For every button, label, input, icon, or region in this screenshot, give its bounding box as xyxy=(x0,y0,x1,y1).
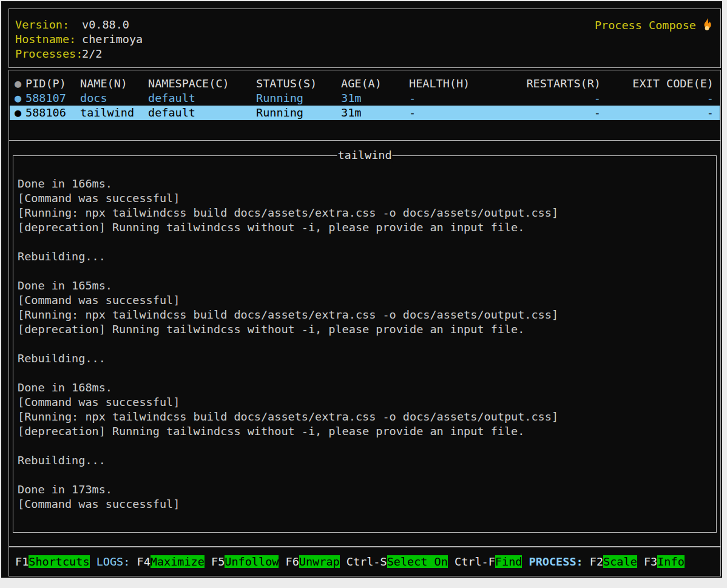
shortcut-select-on[interactable]: Select On xyxy=(387,555,448,568)
key-label: F1 xyxy=(15,555,29,568)
process-row-docs[interactable]: ●588107docsdefaultRunning31m--- xyxy=(10,91,720,106)
cell-exit_code: - xyxy=(707,106,714,120)
flame-icon xyxy=(701,18,713,31)
shortcut-scale[interactable]: Scale xyxy=(603,555,637,568)
col-pid[interactable]: PID(P) xyxy=(25,76,66,91)
log-title: tailwind xyxy=(337,148,392,163)
cell-status: Running xyxy=(256,91,303,106)
hostname-row: Hostname:cherimoya xyxy=(15,32,76,47)
cell-namespace: default xyxy=(148,106,195,120)
status-dot-icon: ● xyxy=(15,76,21,91)
cell-age: 31m xyxy=(341,106,361,120)
processes-row: Processes:2/2 xyxy=(15,47,83,61)
process-row-tailwind[interactable]: ●588106tailwinddefaultRunning31m--- xyxy=(10,106,720,120)
col-exit-code[interactable]: EXIT CODE(E) xyxy=(632,76,714,91)
table-header-row: ● PID(P) NAME(N) NAMESPACE(C) STATUS(S) … xyxy=(10,76,720,91)
shortcut-find[interactable]: Find xyxy=(495,555,522,568)
hostname-label: Hostname: xyxy=(15,33,76,46)
key-label: F2 xyxy=(590,555,603,568)
process-table: ● PID(P) NAME(N) NAMESPACE(C) STATUS(S) … xyxy=(8,70,721,141)
version-label: Version: xyxy=(15,18,69,31)
col-health[interactable]: HEALTH(H) xyxy=(409,76,470,91)
key-label: F4 xyxy=(137,555,150,568)
col-namespace[interactable]: NAMESPACE(C) xyxy=(148,76,229,91)
cell-health: - xyxy=(409,106,416,120)
shortcut-shortcuts[interactable]: Shortcuts xyxy=(29,555,89,568)
header-panel: Version:v0.88.0 Hostname:cherimoya Proce… xyxy=(8,8,721,68)
shortcut-unfollow[interactable]: Unfollow xyxy=(225,555,279,568)
shortcut-list: F1Shortcuts LOGS: F4Maximize F5Unfollow … xyxy=(15,555,718,569)
log-pane: tailwind Done in 166ms. [Command was suc… xyxy=(8,140,721,547)
shortcut-unwrap[interactable]: Unwrap xyxy=(299,555,340,568)
terminal-window: Version:v0.88.0 Hostname:cherimoya Proce… xyxy=(1,1,722,578)
process-label: PROCESS: xyxy=(522,555,589,568)
cell-pid: 588106 xyxy=(25,106,66,120)
log-box[interactable]: tailwind Done in 166ms. [Command was suc… xyxy=(13,155,717,533)
cell-exit_code: - xyxy=(707,91,714,106)
key-label: F6 xyxy=(279,555,299,568)
cell-restarts: - xyxy=(594,91,601,106)
col-age[interactable]: AGE(A) xyxy=(341,76,382,91)
shortcut-info[interactable]: Info xyxy=(657,555,685,568)
processes-value: 2/2 xyxy=(82,47,102,61)
key-label: Ctrl-S xyxy=(340,555,387,568)
process-status-dot-icon: ● xyxy=(15,91,21,106)
version-row: Version:v0.88.0 xyxy=(15,18,69,32)
cell-name: docs xyxy=(80,91,107,106)
key-label: Ctrl-F xyxy=(448,555,495,568)
status-bar: F1Shortcuts LOGS: F4Maximize F5Unfollow … xyxy=(8,547,721,576)
cell-namespace: default xyxy=(148,91,195,106)
cell-health: - xyxy=(409,91,416,106)
cell-age: 31m xyxy=(341,91,361,106)
process-status-dot-icon: ● xyxy=(15,106,21,120)
col-status[interactable]: STATUS(S) xyxy=(256,76,317,91)
log-output: Done in 166ms. [Command was successful] … xyxy=(18,177,714,530)
version-value: v0.88.0 xyxy=(82,18,129,32)
hostname-value: cherimoya xyxy=(82,32,143,47)
processes-label: Processes: xyxy=(15,47,83,60)
logs-label: LOGS: xyxy=(90,555,137,568)
key-label: F3 xyxy=(637,555,657,568)
cell-pid: 588107 xyxy=(25,91,66,106)
cell-status: Running xyxy=(256,106,303,120)
shortcut-maximize[interactable]: Maximize xyxy=(150,555,205,568)
col-restarts[interactable]: RESTARTS(R) xyxy=(526,76,601,91)
key-label: F5 xyxy=(205,555,225,568)
cell-restarts: - xyxy=(594,106,601,120)
app-title: Process Compose xyxy=(595,18,713,33)
cell-name: tailwind xyxy=(80,106,134,120)
col-name[interactable]: NAME(N) xyxy=(80,76,127,91)
